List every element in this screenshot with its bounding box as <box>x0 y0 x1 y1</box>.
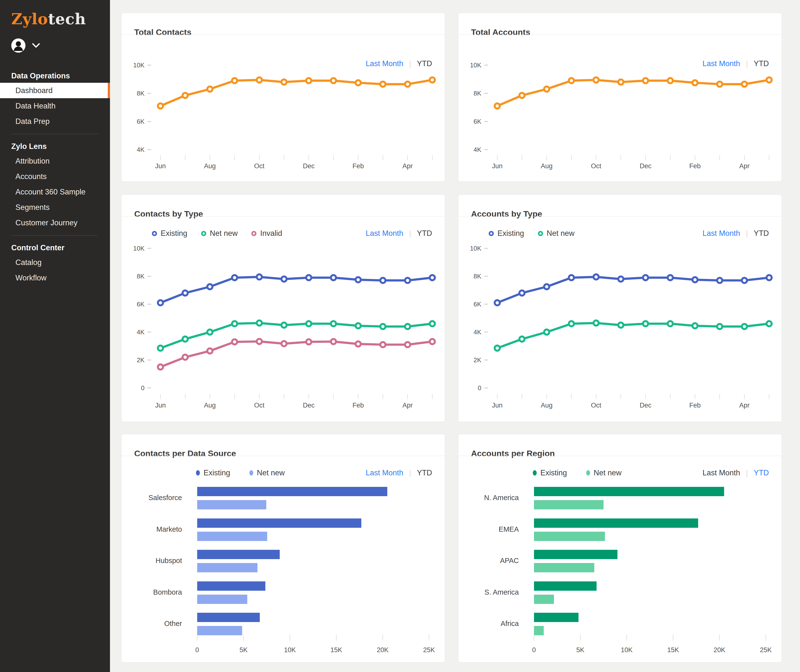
data-point <box>182 93 188 98</box>
data-point <box>257 320 262 325</box>
data-point <box>544 284 549 289</box>
bar-existing <box>197 613 260 622</box>
nav-section-title: Control Center <box>0 241 110 255</box>
sidebar: Zylotech Data OperationsDashboardData He… <box>0 0 110 672</box>
data-point <box>405 82 410 87</box>
data-point <box>306 321 311 326</box>
data-point <box>766 77 771 83</box>
data-point <box>306 275 311 280</box>
data-point <box>182 355 188 360</box>
contacts-per-data-source-bar-chart: 05K10K15K20K25KSalesforceMarketoHubspotB… <box>122 434 445 663</box>
bar-net-new <box>197 500 266 509</box>
data-point <box>495 300 500 306</box>
nav-section-title: Zylo Lens <box>0 139 110 153</box>
sidebar-item-dashboard[interactable]: Dashboard <box>0 83 110 98</box>
data-point <box>232 78 237 83</box>
x-axis-label: Oct <box>591 162 602 170</box>
data-point <box>207 330 212 335</box>
data-point <box>643 78 648 83</box>
bar-existing <box>197 550 280 559</box>
user-menu[interactable] <box>11 38 110 53</box>
data-point <box>717 82 722 87</box>
data-point <box>594 274 598 280</box>
data-point <box>158 103 163 109</box>
data-point <box>158 300 163 306</box>
x-axis-label: Feb <box>352 402 364 409</box>
data-point <box>381 82 386 87</box>
sidebar-item-account-360-sample[interactable]: Account 360 Sample <box>0 184 110 200</box>
data-point <box>717 324 722 329</box>
bar-existing <box>197 518 361 528</box>
x-axis-label: 5K <box>240 646 248 654</box>
logo-tech: tech <box>48 10 86 28</box>
y-axis-label: 4K <box>474 146 481 153</box>
avatar[interactable] <box>11 38 26 53</box>
logo-zylo: Zylo <box>11 10 48 28</box>
x-axis-label: 10K <box>621 646 633 654</box>
data-point <box>430 275 435 280</box>
line-series-invalid <box>160 341 432 367</box>
sidebar-item-data-health[interactable]: Data Health <box>0 98 110 114</box>
data-point <box>519 290 525 296</box>
y-axis-label: 0 <box>478 384 481 392</box>
sidebar-item-catalog[interactable]: Catalog <box>0 255 110 270</box>
data-point <box>158 365 163 370</box>
data-point <box>618 277 623 282</box>
data-point <box>232 321 237 326</box>
x-axis-label: 5K <box>576 646 584 654</box>
category-label: Marketo <box>156 525 182 533</box>
sidebar-item-workflow[interactable]: Workflow <box>0 270 110 286</box>
x-axis-label: 20K <box>714 646 725 654</box>
sidebar-item-data-prep[interactable]: Data Prep <box>0 114 110 129</box>
data-point <box>331 339 336 344</box>
y-axis-label: 10K <box>133 245 145 252</box>
data-point <box>643 321 648 326</box>
y-axis-label: 8K <box>137 90 144 97</box>
category-label: Other <box>164 619 182 627</box>
sidebar-item-accounts[interactable]: Accounts <box>0 169 110 184</box>
sidebar-nav: Data OperationsDashboardData HealthData … <box>0 69 110 286</box>
total-contacts-line-chart: 10K8K6K4KJunAugOctDecFebApr <box>122 13 445 182</box>
data-point <box>306 339 311 344</box>
app-logo[interactable]: Zylotech <box>0 0 110 27</box>
x-axis-label: 15K <box>667 646 679 654</box>
data-point <box>544 330 549 335</box>
line-series-total <box>497 80 769 106</box>
x-axis-label: 0 <box>532 646 536 654</box>
data-point <box>356 277 361 282</box>
y-axis-label: 6K <box>137 118 144 125</box>
data-point <box>306 78 311 83</box>
bar-net-new <box>197 532 267 541</box>
data-point <box>182 336 188 342</box>
data-point <box>282 323 286 328</box>
data-point <box>495 346 500 351</box>
data-point <box>207 348 212 354</box>
y-axis-label: 8K <box>474 273 481 280</box>
category-label: APAC <box>500 557 519 565</box>
sidebar-item-attribution[interactable]: Attribution <box>0 153 110 169</box>
x-axis-label: 15K <box>330 646 342 654</box>
card-accounts-per-region: Accounts per Region ExistingNet new Last… <box>458 434 782 662</box>
bar-existing <box>534 550 618 559</box>
data-point <box>405 342 410 347</box>
bar-net-new <box>197 595 247 604</box>
data-point <box>742 278 747 283</box>
sidebar-item-customer-journey[interactable]: Customer Journey <box>0 215 110 230</box>
accounts-per-region-bar-chart: 05K10K15K20K25KN. AmericaEMEAAPACS. Amer… <box>458 434 782 663</box>
data-point <box>381 324 386 329</box>
bar-net-new <box>534 626 544 635</box>
category-label: N. America <box>484 494 519 502</box>
x-axis-label: Dec <box>640 402 651 409</box>
sidebar-item-segments[interactable]: Segments <box>0 200 110 215</box>
data-point <box>668 78 673 83</box>
chevron-down-icon[interactable] <box>32 43 40 48</box>
data-point <box>594 77 598 83</box>
x-axis-label: Jun <box>155 402 166 409</box>
data-point <box>766 321 771 326</box>
x-axis-label: Aug <box>204 402 216 409</box>
y-axis-label: 6K <box>474 118 481 125</box>
x-axis-label: Feb <box>352 162 364 170</box>
x-axis-label: 20K <box>377 646 389 654</box>
accounts-by-type-line-chart: 10K8K6K4K2K0JunAugOctDecFebApr <box>458 195 782 422</box>
bar-net-new <box>534 500 603 509</box>
